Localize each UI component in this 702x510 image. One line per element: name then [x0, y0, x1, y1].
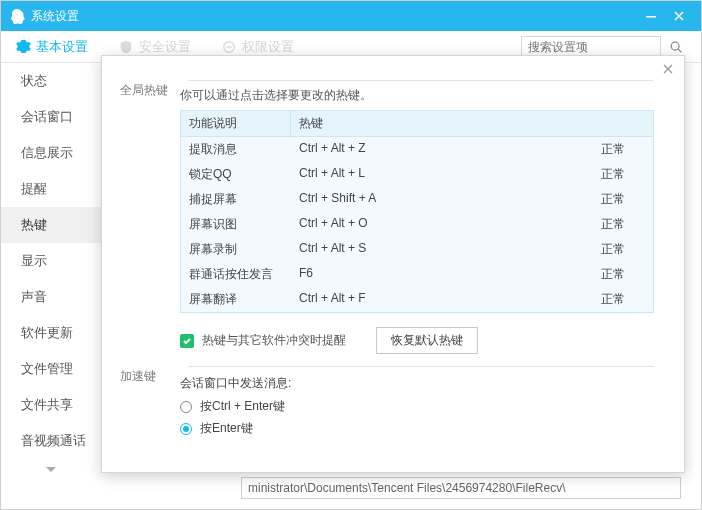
- section-title-accel: 加速键: [120, 366, 180, 442]
- svg-point-2: [671, 42, 679, 50]
- sidebar: 状态 会话窗口 信息展示 提醒 热键 显示 声音 软件更新 文件管理 文件共享 …: [1, 63, 101, 509]
- window-title: 系统设置: [31, 8, 637, 25]
- sidebar-item-file-mgmt[interactable]: 文件管理: [1, 351, 101, 387]
- table-row[interactable]: 屏幕录制Ctrl + Alt + S正常: [181, 237, 653, 262]
- tab-permission[interactable]: 权限设置: [221, 38, 294, 56]
- sidebar-item-display[interactable]: 显示: [1, 243, 101, 279]
- tab-label: 安全设置: [139, 38, 191, 56]
- table-row[interactable]: 锁定QQCtrl + Alt + L正常: [181, 162, 653, 187]
- table-row[interactable]: 提取消息Ctrl + Alt + Z正常: [181, 137, 653, 162]
- divider: [188, 366, 654, 367]
- close-button[interactable]: [665, 1, 693, 31]
- file-path-field[interactable]: ministrator\Documents\Tencent Files\2456…: [241, 477, 681, 499]
- svg-rect-0: [646, 16, 656, 18]
- table-row[interactable]: 群通话按住发言F6正常: [181, 262, 653, 287]
- sidebar-scroll-down[interactable]: [1, 459, 101, 481]
- title-bar: 系统设置: [1, 1, 701, 31]
- chevron-down-icon: [45, 465, 57, 475]
- gear-icon: [15, 39, 31, 55]
- hotkey-table: 功能说明 热键 提取消息Ctrl + Alt + Z正常 锁定QQCtrl + …: [180, 110, 654, 313]
- sidebar-item-info-display[interactable]: 信息展示: [1, 135, 101, 171]
- restore-default-button[interactable]: 恢复默认热键: [376, 327, 478, 354]
- sidebar-item-reminder[interactable]: 提醒: [1, 171, 101, 207]
- section-title-global-hotkey: 全局热键: [120, 80, 180, 354]
- app-logo-icon: [9, 8, 25, 24]
- tab-security[interactable]: 安全设置: [118, 38, 191, 56]
- sidebar-item-sound[interactable]: 声音: [1, 279, 101, 315]
- tab-label: 基本设置: [36, 38, 88, 56]
- hotkey-settings-dialog: 全局热键 你可以通过点击选择要更改的热键。 功能说明 热键 提取消息Ctrl +…: [101, 55, 685, 473]
- sidebar-item-file-share[interactable]: 文件共享: [1, 387, 101, 423]
- hotkey-description: 你可以通过点击选择要更改的热键。: [180, 87, 654, 104]
- table-row[interactable]: 屏幕翻译Ctrl + Alt + F正常: [181, 287, 653, 312]
- tab-label: 权限设置: [242, 38, 294, 56]
- conflict-checkbox[interactable]: [180, 334, 194, 348]
- table-row[interactable]: 捕捉屏幕Ctrl + Shift + A正常: [181, 187, 653, 212]
- permission-icon: [221, 39, 237, 55]
- sidebar-item-av-call[interactable]: 音视频通话: [1, 423, 101, 459]
- radio-icon: [180, 423, 192, 435]
- check-icon: [182, 336, 192, 346]
- dialog-close-button[interactable]: [662, 62, 674, 78]
- sidebar-item-status[interactable]: 状态: [1, 63, 101, 99]
- sidebar-item-update[interactable]: 软件更新: [1, 315, 101, 351]
- close-icon: [662, 63, 674, 75]
- col-function: 功能说明: [181, 111, 291, 136]
- radio-enter[interactable]: 按Enter键: [180, 420, 654, 437]
- divider: [188, 80, 654, 81]
- shield-icon: [118, 39, 134, 55]
- radio-icon: [180, 401, 192, 413]
- col-hotkey: 热键: [291, 111, 653, 136]
- sidebar-item-chat-window[interactable]: 会话窗口: [1, 99, 101, 135]
- accel-sub-label: 会话窗口中发送消息:: [180, 375, 654, 392]
- table-header: 功能说明 热键: [181, 111, 653, 137]
- sidebar-item-hotkey[interactable]: 热键: [1, 207, 101, 243]
- tab-basic[interactable]: 基本设置: [15, 38, 88, 56]
- conflict-label: 热键与其它软件冲突时提醒: [202, 332, 346, 349]
- radio-ctrl-enter[interactable]: 按Ctrl + Enter键: [180, 398, 654, 415]
- table-row[interactable]: 屏幕识图Ctrl + Alt + O正常: [181, 212, 653, 237]
- minimize-button[interactable]: [637, 1, 665, 31]
